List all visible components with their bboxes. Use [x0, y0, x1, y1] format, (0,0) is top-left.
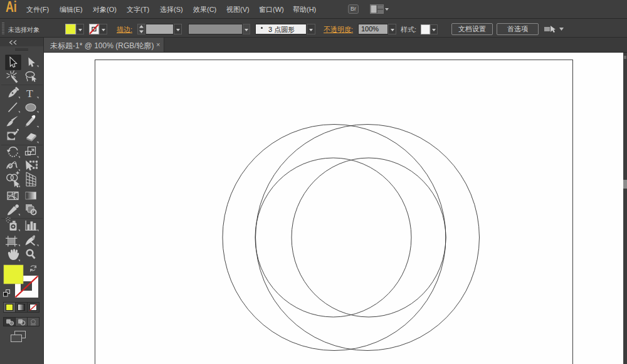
svg-text:T: T	[26, 87, 33, 100]
